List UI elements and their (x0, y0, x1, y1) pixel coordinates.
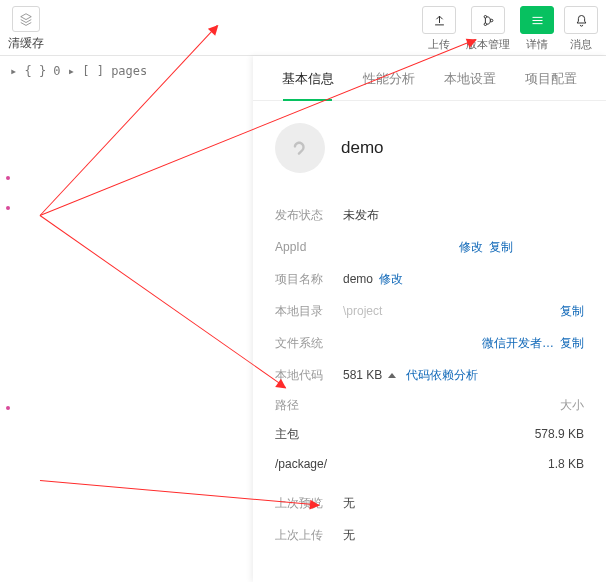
upload-button[interactable] (422, 6, 456, 34)
app-name: demo (341, 138, 384, 158)
details-button[interactable] (520, 6, 554, 34)
local-dir-copy-link[interactable]: 复制 (560, 303, 584, 320)
tab-basic-info[interactable]: 基本信息 (267, 56, 348, 100)
pkg-size-header: 大小 (560, 397, 584, 414)
details-panel: 基本信息 性能分析 本地设置 项目配置 demo 发布状态 未发布 AppId … (253, 56, 606, 582)
publish-state-label: 发布状态 (275, 207, 343, 224)
code-deps-link[interactable]: 代码依赖分析 (406, 367, 478, 384)
last-preview-value: 无 (343, 495, 584, 512)
last-upload-value: 无 (343, 527, 584, 544)
version-manage-button[interactable] (471, 6, 505, 34)
local-dir-label: 本地目录 (275, 303, 343, 320)
pkg-path-header: 路径 (275, 397, 299, 414)
upload-label: 上传 (428, 37, 450, 52)
pkg-main-label: 主包 (275, 426, 299, 443)
pkg-sub-label: /package/ (275, 457, 327, 471)
version-manage-label: 版本管理 (466, 37, 510, 52)
last-upload-label: 上次上传 (275, 527, 343, 544)
pkg-sub-size: 1.8 KB (548, 457, 584, 471)
fs-copy-link[interactable]: 复制 (560, 335, 584, 352)
tree-root[interactable]: ▸ { } 0 ▸ [ ] pages (10, 64, 243, 78)
local-dir-value: \project (343, 304, 554, 318)
fs-label: 文件系统 (275, 335, 343, 352)
layers-button[interactable] (12, 6, 40, 32)
local-code-size: 581 KB (343, 368, 382, 382)
top-toolbar: 清缓存 上传 版本管理 详情 消息 (0, 0, 606, 56)
local-code-label: 本地代码 (275, 367, 343, 384)
project-name-label: 项目名称 (275, 271, 343, 288)
message-label: 消息 (570, 37, 592, 52)
appid-modify-link[interactable]: 修改 (459, 239, 483, 256)
table-row: /package/ 1.8 KB (275, 449, 584, 479)
tab-performance[interactable]: 性能分析 (348, 56, 429, 100)
project-name-modify-link[interactable]: 修改 (379, 271, 403, 288)
table-row: 主包 578.9 KB (275, 419, 584, 449)
app-avatar (275, 123, 325, 173)
svg-point-1 (484, 23, 487, 26)
svg-point-0 (484, 15, 487, 18)
appid-copy-link[interactable]: 复制 (489, 239, 513, 256)
clear-cache-label: 清缓存 (8, 35, 44, 52)
tab-project-config[interactable]: 项目配置 (511, 56, 592, 100)
message-button[interactable] (564, 6, 598, 34)
collapse-icon[interactable] (388, 368, 400, 382)
panel-tabs: 基本信息 性能分析 本地设置 项目配置 (253, 56, 606, 101)
fs-owner-link[interactable]: 微信开发者… (482, 335, 554, 352)
details-label: 详情 (526, 37, 548, 52)
left-tree-pane: ▸ { } 0 ▸ [ ] pages (0, 56, 253, 582)
tab-local-settings[interactable]: 本地设置 (430, 56, 511, 100)
last-preview-label: 上次预览 (275, 495, 343, 512)
project-name-value: demo (343, 272, 373, 286)
publish-state-value: 未发布 (343, 207, 584, 224)
pkg-main-size: 578.9 KB (535, 427, 584, 441)
appid-label: AppId (275, 240, 343, 254)
